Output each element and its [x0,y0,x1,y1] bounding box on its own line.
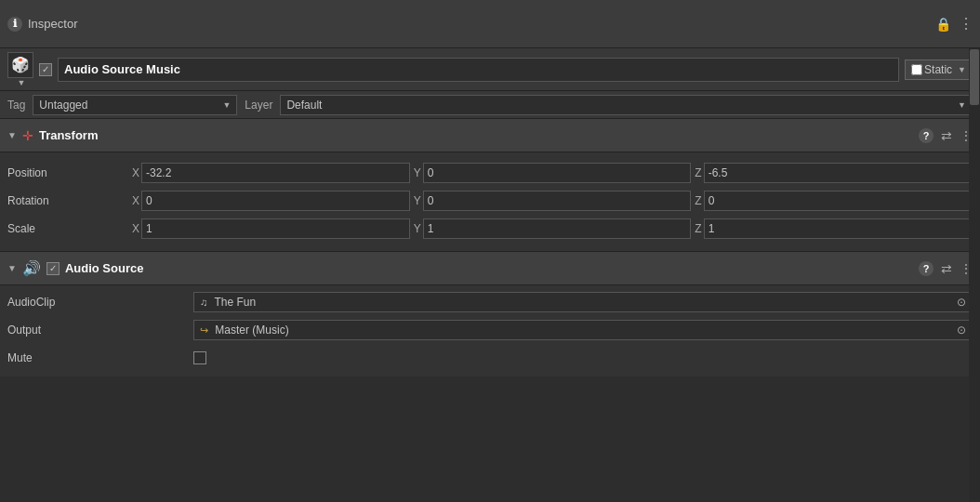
transform-section-title: Transform [39,128,99,142]
mute-checkbox[interactable] [193,351,206,364]
position-label: Position [7,166,128,179]
scale-y-letter: Y [414,222,421,235]
position-z-group: Z [691,163,973,183]
position-row: Position X Y Z [7,160,973,186]
rotation-z-letter: Z [695,194,701,207]
transform-section-header[interactable]: ▼ ✛ Transform ? ⇄ ⋮ [0,119,980,152]
static-button[interactable]: Static ▼ [905,59,973,80]
rotation-z-group: Z [691,191,973,211]
output-icon: ↪ [200,324,208,336]
scale-z-letter: Z [695,222,701,235]
position-x-input[interactable] [141,163,410,183]
audio-source-collapse-arrow[interactable]: ▼ [7,263,17,273]
output-value: Master (Music) [215,324,288,337]
scale-x-input[interactable] [141,218,410,239]
audioclip-icon: ♫ [200,297,207,308]
position-x-letter: X [132,166,139,179]
layer-dropdown-arrow: ▼ [958,100,966,110]
gameobject-icon-dropdown-arrow[interactable]: ▼ [18,78,26,87]
position-x-group: X [128,163,410,183]
rotation-y-input[interactable] [423,191,692,211]
audioclip-value: The Fun [214,296,256,309]
rotation-y-group: Y [410,191,692,211]
rotation-xyz-fields: X Y Z [128,191,973,211]
position-z-input[interactable] [704,163,973,183]
scale-row: Scale X Y Z [7,216,973,242]
gameobject-row: 🎲 ▼ Static ▼ [0,48,980,91]
audio-source-section-title: Audio Source [65,261,144,275]
scrollbar-thumb[interactable] [970,49,979,105]
tag-dropdown[interactable]: Untagged ▼ [33,95,237,115]
transform-settings-icon[interactable]: ⇄ [941,128,952,143]
scale-x-group: X [128,218,410,239]
mute-row: Mute [7,345,973,371]
gameobject-icon-symbol: 🎲 [11,56,30,73]
output-field[interactable]: ↪ Master (Music) ⊙ [193,320,973,340]
static-checkbox[interactable] [911,64,922,75]
gameobject-enabled-checkbox[interactable] [39,63,52,76]
audio-source-properties: AudioClip ♫ The Fun ⊙ Output ↪ Master (M… [0,285,980,376]
static-dropdown-arrow[interactable]: ▼ [958,65,966,74]
lock-icon[interactable]: 🔒 [935,17,951,32]
audioclip-label: AudioClip [7,296,193,309]
rotation-y-letter: Y [414,194,421,207]
audio-source-section-header[interactable]: ▼ 🔊 Audio Source ? ⇄ ⋮ [0,252,980,285]
mute-label: Mute [7,351,193,364]
transform-section-header-right: ? ⇄ ⋮ [919,128,973,143]
position-xyz-fields: X Y Z [128,163,973,183]
scale-z-group: Z [691,218,973,239]
rotation-x-input[interactable] [141,191,410,211]
rotation-row: Rotation X Y Z [7,188,973,214]
audio-source-section-header-right: ? ⇄ ⋮ [919,261,973,276]
scale-xyz-fields: X Y Z [128,218,973,239]
layer-label: Layer [245,99,272,112]
tag-label: Tag [7,99,25,112]
output-row: Output ↪ Master (Music) ⊙ [7,317,973,343]
tag-dropdown-arrow: ▼ [222,100,231,110]
scale-label: Scale [7,222,128,235]
header-icons-right: 🔒 ⋮ [935,15,973,33]
tag-value: Untagged [39,99,87,112]
transform-collapse-arrow[interactable]: ▼ [7,130,17,140]
audio-source-help-icon[interactable]: ? [919,261,934,276]
audio-source-settings-icon[interactable]: ⇄ [941,261,952,276]
layer-value: Default [286,99,322,112]
audioclip-field[interactable]: ♫ The Fun ⊙ [193,292,973,312]
scale-x-letter: X [132,222,139,235]
rotation-x-letter: X [132,194,139,207]
audioclip-target-button[interactable]: ⊙ [957,296,966,309]
position-y-input[interactable] [423,163,692,183]
scale-y-group: Y [410,218,692,239]
more-options-icon[interactable]: ⋮ [959,15,973,33]
layer-dropdown[interactable]: Default ▼ [280,95,973,115]
audio-source-icon: 🔊 [22,259,41,277]
gameobject-icon[interactable]: 🎲 [7,52,33,78]
output-target-button[interactable]: ⊙ [957,324,966,337]
audio-source-enabled-checkbox[interactable] [46,262,60,275]
transform-icon: ✛ [22,128,33,143]
inspector-title: Inspector [28,17,77,31]
position-y-group: Y [410,163,692,183]
position-z-letter: Z [695,166,701,179]
info-icon[interactable]: ℹ [7,17,22,32]
inspector-header: ℹ Inspector 🔒 ⋮ [0,0,980,48]
gameobject-name-input[interactable] [58,58,899,82]
audioclip-field-content: ♫ The Fun [200,296,256,309]
static-label: Static [924,63,952,76]
transform-help-icon[interactable]: ? [919,128,934,143]
scrollbar-track[interactable] [969,48,980,502]
output-field-content: ↪ Master (Music) [200,324,289,337]
transform-properties: Position X Y Z Rotation [0,152,980,252]
output-label: Output [7,324,193,337]
scale-z-input[interactable] [704,218,973,239]
rotation-label: Rotation [7,194,128,207]
audioclip-row: AudioClip ♫ The Fun ⊙ [7,289,973,315]
scale-y-input[interactable] [423,218,692,239]
rotation-z-input[interactable] [704,191,973,211]
rotation-x-group: X [128,191,410,211]
tag-layer-row: Tag Untagged ▼ Layer Default ▼ [0,91,980,119]
position-y-letter: Y [414,166,421,179]
